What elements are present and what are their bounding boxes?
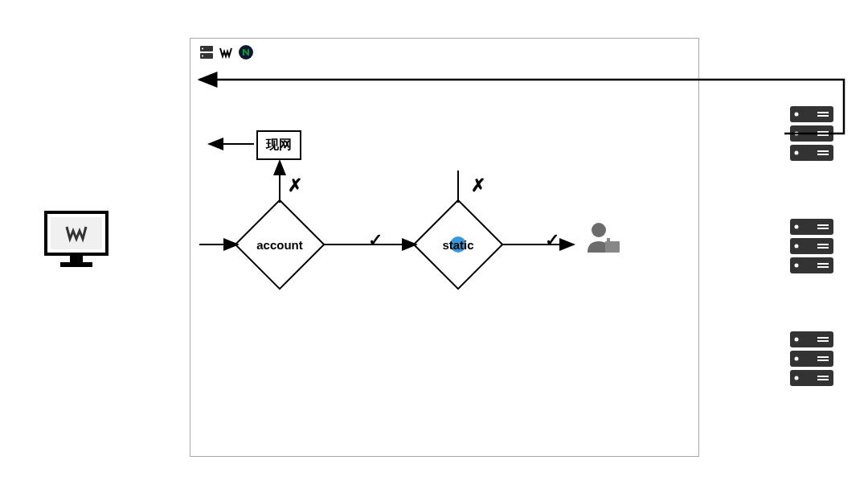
server-small-icon [199, 45, 214, 60]
svg-point-16 [795, 132, 799, 136]
svg-rect-23 [817, 154, 829, 155]
check-static-yes: ✓ [545, 230, 559, 251]
svg-rect-22 [817, 150, 829, 152]
svg-rect-45 [817, 360, 829, 361]
svg-rect-31 [817, 228, 829, 229]
svg-rect-30 [817, 224, 829, 226]
server-1-icon [788, 105, 835, 162]
svg-rect-33 [817, 247, 829, 249]
svg-point-29 [795, 264, 799, 268]
user-icon [581, 219, 623, 261]
cross-static-no: ✗ [471, 175, 485, 196]
svg-rect-44 [817, 356, 829, 358]
svg-point-7 [202, 55, 203, 57]
production-box: 现网 [256, 130, 301, 160]
w-logo-small-icon [219, 45, 233, 60]
svg-rect-1 [51, 217, 102, 249]
svg-rect-35 [817, 266, 829, 268]
svg-rect-42 [817, 337, 829, 339]
svg-point-40 [795, 357, 799, 361]
client-monitor-icon [44, 211, 108, 270]
svg-rect-21 [817, 134, 829, 136]
svg-rect-11 [607, 238, 610, 243]
decision-account-label: account [256, 238, 304, 252]
svg-point-17 [795, 151, 799, 155]
svg-point-9 [592, 223, 606, 237]
svg-point-15 [795, 113, 799, 117]
svg-rect-46 [817, 376, 829, 377]
check-account-yes: ✓ [368, 230, 383, 251]
svg-point-39 [795, 338, 799, 342]
svg-rect-34 [817, 263, 829, 265]
svg-rect-10 [605, 241, 620, 253]
server-2-icon [788, 217, 835, 275]
svg-point-28 [795, 244, 799, 249]
svg-rect-20 [817, 131, 829, 133]
svg-rect-18 [817, 112, 829, 113]
svg-rect-19 [817, 115, 829, 117]
svg-rect-2 [70, 254, 83, 262]
svg-point-6 [202, 48, 203, 50]
svg-rect-47 [817, 379, 829, 380]
svg-rect-3 [60, 262, 92, 267]
svg-point-41 [795, 376, 799, 380]
production-label: 现网 [266, 138, 292, 151]
server-3-icon [788, 330, 835, 388]
svg-point-27 [795, 225, 799, 229]
svg-rect-43 [817, 340, 829, 342]
svg-rect-32 [817, 244, 829, 245]
cross-account-no: ✗ [288, 175, 302, 196]
decision-static-label: static [442, 238, 474, 252]
nginx-logo-icon [238, 44, 254, 60]
top-icons-row [199, 44, 254, 60]
